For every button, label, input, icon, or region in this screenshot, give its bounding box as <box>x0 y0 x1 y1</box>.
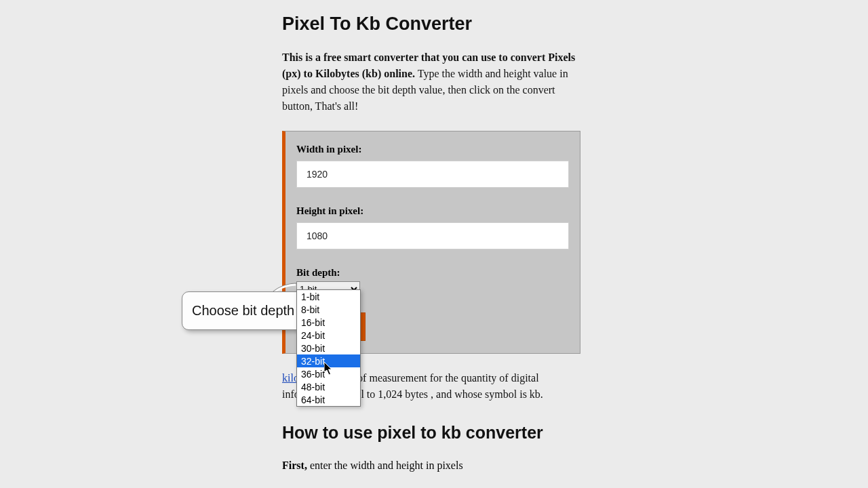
bitdepth-option[interactable]: 1-bit <box>297 290 360 303</box>
height-label: Height in pixel: <box>296 205 569 217</box>
bitdepth-option[interactable]: 32-bit <box>297 354 360 367</box>
bitdepth-option[interactable]: 48-bit <box>297 380 360 393</box>
step-1-bold: First, <box>282 460 307 471</box>
bitdepth-label: Bit depth: <box>296 267 569 279</box>
intro-paragraph: This is a free smart converter that you … <box>282 49 580 115</box>
howto-heading: How to use pixel to kb converter <box>282 423 580 443</box>
width-input[interactable] <box>296 161 569 188</box>
bitdepth-option[interactable]: 16-bit <box>297 316 360 329</box>
tooltip-choose-bit-depth: Choose bit depth <box>182 291 304 330</box>
bitdepth-option[interactable]: 36-bit <box>297 367 360 380</box>
page-title: Pixel To Kb Converter <box>282 14 580 35</box>
step-1-rest: enter the width and height in pixels <box>307 460 463 471</box>
height-input[interactable] <box>296 222 569 249</box>
step-1: First, enter the width and height in pix… <box>282 458 580 474</box>
width-label: Width in pixel: <box>296 144 569 155</box>
bitdepth-option[interactable]: 8-bit <box>297 303 360 316</box>
bitdepth-option[interactable]: 24-bit <box>297 329 360 342</box>
bitdepth-dropdown-list[interactable]: 1-bit8-bit16-bit24-bit30-bit32-bit36-bit… <box>296 289 361 407</box>
bitdepth-option[interactable]: 30-bit <box>297 342 360 354</box>
bitdepth-option[interactable]: 64-bit <box>297 393 360 406</box>
